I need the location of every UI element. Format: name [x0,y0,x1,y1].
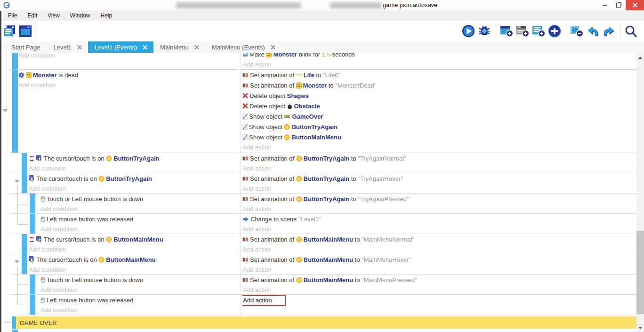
condition-line[interactable]: Left mouse button was released [40,295,240,305]
condition-line[interactable]: Left mouse button was released [40,214,240,224]
minimize-icon[interactable] [597,0,612,10]
action-line[interactable]: Set animation of Monster to "MonsterDead… [242,80,636,90]
add-action-button-highlighted[interactable]: Add action [242,295,286,306]
action-line[interactable]: Delete object Shapes [242,90,636,101]
add-action-button[interactable]: Add action [242,224,636,234]
tab-label: Start Page [11,44,40,51]
tab-close-icon[interactable] [77,45,81,49]
conditions-cell: Left mouse button was releasedAdd condit… [40,295,240,315]
add-choose-event-icon[interactable] [547,23,563,39]
condition-line[interactable]: The cursor/touch is on ButtonTryAgain [29,173,240,184]
action-line[interactable]: Show object GameOver [242,111,636,121]
event-color-bar[interactable] [12,53,18,69]
add-condition-button[interactable]: Add condition [29,184,240,193]
scrollbar-down-icon[interactable] [638,327,642,329]
tab-close-icon[interactable] [194,45,199,49]
condition-line[interactable]: Touch or Left mouse button is down [40,275,240,285]
add-condition-button[interactable]: Add condition [40,305,240,315]
tab-close-icon[interactable] [143,45,147,49]
action-line[interactable]: Set animation of ButtonMainMenu to "Main… [242,254,636,265]
action-line[interactable]: Set animation of ButtonMainMenu to "Main… [242,275,636,285]
mouse-icon [40,297,45,303]
add-action-button[interactable]: Add action [242,265,636,274]
action-line[interactable]: Make Monster blink for 1.5 seconds [242,53,636,59]
add-condition-button[interactable]: Add condition [18,53,240,60]
add-condition-button[interactable]: Add condition [29,265,240,274]
play-icon[interactable] [461,23,477,39]
scrollbar-thumb[interactable] [636,231,644,314]
add-action-button[interactable]: Add action [242,59,636,69]
tab-close-icon[interactable] [271,45,275,49]
add-action-button[interactable]: Add action [242,285,636,294]
undo-icon[interactable] [585,23,601,39]
scene-editor-icon[interactable] [18,23,34,39]
tab-start-page[interactable]: Start Page [5,41,47,53]
action-line[interactable]: Delete object Obstacle [242,101,636,111]
coin-icon [296,155,302,162]
redo-icon[interactable] [601,23,617,39]
conditions-cell: Add condition [18,53,240,69]
condition-line[interactable]: The cursor/touch is on ButtonMainMenu [29,254,240,265]
action-line[interactable]: Show object ButtonTryAgain [242,121,636,132]
event-color-bar[interactable] [22,254,27,274]
event-color-bar[interactable] [12,330,18,332]
action-line[interactable]: Set animation of ButtonMainMenu to "Main… [242,234,636,244]
add-action-button[interactable]: Add action [242,184,636,193]
add-comment-icon[interactable] [531,23,547,39]
project-manager-icon[interactable] [2,23,18,39]
tab-mainmenu[interactable]: MainMenu [153,41,205,53]
add-condition-button[interactable]: Add condition [18,80,240,90]
action-line[interactable]: Set animation of ButtonTryAgain to "TryA… [242,194,636,204]
event-color-bar[interactable] [22,153,27,173]
action-line[interactable]: Set animation of ButtonTryAgain to "TryA… [242,173,636,184]
tab-level1[interactable]: Level1 [47,41,88,53]
event-color-bar[interactable] [12,70,18,153]
event-color-bar[interactable] [30,214,35,234]
condition-line[interactable]: Monster is dead [18,70,240,80]
menu-file[interactable]: File [3,10,22,21]
action-line[interactable]: Change to scene "Level1" [242,214,636,224]
add-subevent-icon[interactable] [515,23,531,39]
event-color-bar[interactable] [12,316,16,329]
add-action-button[interactable]: Add action [242,163,636,173]
add-condition-button[interactable]: Add condition [40,224,240,234]
menu-help[interactable]: Help [96,10,118,21]
add-subevent-icon [515,24,530,38]
add-condition-button[interactable]: Add condition [29,163,240,173]
event-color-bar[interactable] [30,275,35,294]
tab-mainmenu-events[interactable]: MainMenu (Events) [205,41,282,53]
menu-edit[interactable]: Edit [22,10,42,21]
comment-block[interactable]: GAME OVER [16,316,636,329]
add-event-icon[interactable] [499,23,515,39]
add-condition-button[interactable]: Add condition [40,204,240,213]
add-action-button[interactable]: Add action [242,244,636,254]
add-action-button[interactable]: Add action [242,204,636,213]
event-color-bar[interactable] [22,234,27,254]
unselect-all-icon[interactable] [569,23,585,39]
maximize-icon[interactable] [612,0,626,10]
event-color-bar[interactable] [30,194,35,213]
tab-level1-events[interactable]: Level1 (Events) [88,41,153,53]
add-condition-button[interactable]: Add condition [40,285,240,294]
collapse-arrow-icon[interactable] [15,260,19,263]
add-condition-button[interactable]: Add condition [29,244,240,254]
action-line[interactable]: Set animation of ButtonTryAgain to "TryA… [242,153,636,163]
collapse-arrow-icon[interactable] [3,109,8,112]
menu-view[interactable]: View [42,10,65,21]
action-line[interactable]: Set animation of Life to "Life0" [242,70,636,80]
search-icon[interactable] [623,23,639,39]
condition-line[interactable]: The cursor/touch is on ButtonTryAgain [29,153,240,163]
scrollbar-up-icon[interactable] [638,57,642,59]
vertical-scrollbar[interactable] [636,53,644,332]
set-animation-icon [242,83,249,88]
event-color-bar[interactable] [22,173,27,193]
action-line[interactable]: Show object ButtonMainMenu [242,132,636,142]
menu-window[interactable]: Window [65,10,96,21]
debug-icon[interactable] [477,23,493,39]
event-color-bar[interactable] [30,295,35,315]
collapse-arrow-icon[interactable] [15,180,19,183]
condition-line[interactable]: Touch or Left mouse button is down [40,194,240,204]
add-action-button[interactable]: Add action [242,142,636,152]
close-icon[interactable] [626,0,644,10]
condition-line[interactable]: The cursor/touch is on ButtonMainMenu [29,234,240,244]
